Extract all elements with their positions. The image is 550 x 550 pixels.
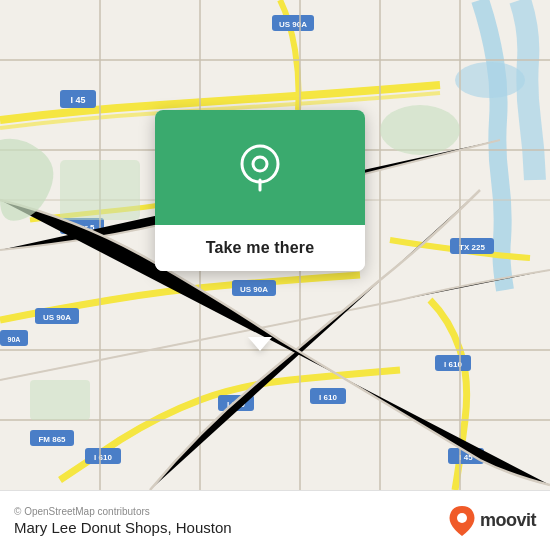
svg-rect-39 [30, 380, 90, 420]
svg-point-40 [380, 105, 460, 155]
popup-header [155, 110, 365, 225]
place-name-label: Mary Lee Donut Shops, Houston [14, 519, 232, 536]
svg-text:US 90A: US 90A [279, 20, 307, 29]
svg-point-44 [457, 513, 467, 523]
map-area: I 45 US 90A Spur 5 US 90A US 90A I 610 I… [0, 0, 550, 490]
svg-point-42 [253, 157, 267, 171]
svg-text:I 45: I 45 [70, 95, 85, 105]
svg-text:I 610: I 610 [319, 393, 337, 402]
svg-text:TX 225: TX 225 [459, 243, 485, 252]
svg-rect-38 [60, 160, 140, 220]
svg-point-41 [242, 146, 278, 182]
svg-text:US 90A: US 90A [43, 313, 71, 322]
svg-point-1 [455, 62, 525, 98]
svg-text:I 610: I 610 [94, 453, 112, 462]
svg-text:FM 865: FM 865 [38, 435, 66, 444]
svg-text:90A: 90A [8, 336, 21, 343]
moovit-pin-icon [448, 504, 476, 538]
take-me-there-button[interactable]: Take me there [155, 225, 365, 271]
popup-tail [248, 337, 272, 351]
footer-info: © OpenStreetMap contributors Mary Lee Do… [14, 506, 232, 536]
location-popup: Take me there [155, 110, 365, 271]
moovit-logo: moovit [448, 504, 536, 538]
map-attribution: © OpenStreetMap contributors [14, 506, 232, 517]
svg-text:US 90A: US 90A [240, 285, 268, 294]
footer-bar: © OpenStreetMap contributors Mary Lee Do… [0, 490, 550, 550]
moovit-brand-text: moovit [480, 510, 536, 531]
location-pin-icon [234, 142, 286, 194]
